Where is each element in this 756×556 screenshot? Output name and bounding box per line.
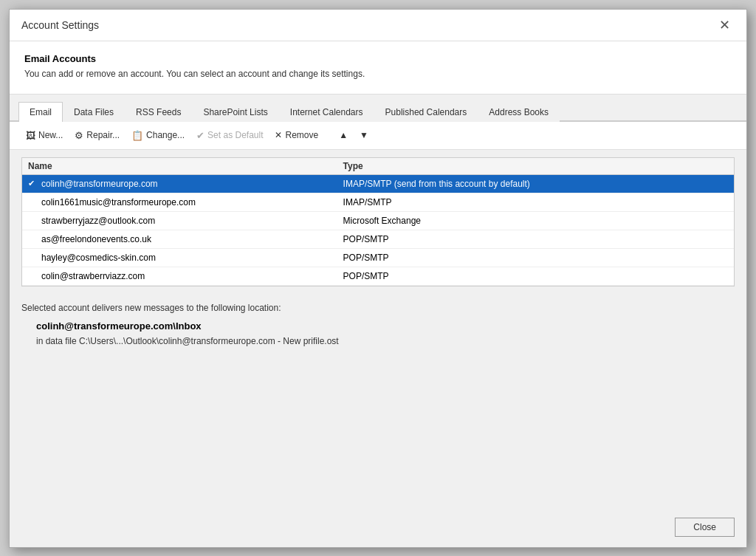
new-icon: 🖼 <box>26 130 35 141</box>
dialog-close-button[interactable]: ✕ <box>715 17 735 33</box>
tab-published-calendars[interactable]: Published Calendars <box>374 102 478 122</box>
arrow-down-icon: ▼ <box>360 130 368 140</box>
row-type: POP/SMTP <box>343 234 728 244</box>
tab-bar: EmailData FilesRSS FeedsSharePoint Lists… <box>10 95 746 122</box>
delivery-section: Selected account delivers new messages t… <box>10 294 746 355</box>
header-section: Email Accounts You can add or remove an … <box>10 41 746 95</box>
table-row[interactable]: as@freelondonevents.co.ukPOP/SMTP <box>22 230 734 249</box>
set-default-button[interactable]: ✔ Set as Default <box>192 128 267 143</box>
delivery-location: colinh@transformeurope.com\Inbox <box>36 320 735 332</box>
tab-internet-calendars[interactable]: Internet Calendars <box>279 102 374 122</box>
row-name: as@freelondonevents.co.uk <box>41 234 343 244</box>
table-header: Name Type <box>22 158 734 175</box>
repair-button[interactable]: ⚙ Repair... <box>70 128 124 143</box>
change-button[interactable]: 📋 Change... <box>127 128 189 143</box>
move-down-button[interactable]: ▼ <box>355 128 373 143</box>
tab-address-books[interactable]: Address Books <box>478 102 560 122</box>
row-check-icon: ✔ <box>28 179 41 188</box>
table-row[interactable]: colin@strawberrviazz.comPOP/SMTP <box>22 267 734 286</box>
section-description: You can add or remove an account. You ca… <box>24 69 732 79</box>
tab-email[interactable]: Email <box>18 102 63 122</box>
row-name: colinh@transformeurope.com <box>41 179 343 189</box>
tab-data-files[interactable]: Data Files <box>63 102 125 122</box>
title-bar: Account Settings ✕ <box>10 10 746 41</box>
remove-button[interactable]: ✕ Remove <box>270 128 323 143</box>
row-type: POP/SMTP <box>343 271 728 281</box>
table-row[interactable]: hayley@cosmedics-skin.comPOP/SMTP <box>22 249 734 267</box>
table-row[interactable]: colin1661music@transformeurope.comIMAP/S… <box>22 193 734 212</box>
row-name: colin1661music@transformeurope.com <box>41 197 343 207</box>
row-name: hayley@cosmedics-skin.com <box>41 253 343 263</box>
remove-icon: ✕ <box>275 130 282 140</box>
row-type: Microsoft Exchange <box>343 216 728 226</box>
toolbar: 🖼 New... ⚙ Repair... 📋 Change... ✔ Set a… <box>10 122 746 150</box>
row-type: IMAP/SMTP <box>343 197 728 207</box>
table-row[interactable]: strawberryjazz@outlook.comMicrosoft Exch… <box>22 212 734 230</box>
footer: Close <box>10 507 746 547</box>
col-name-header: Name <box>28 161 343 171</box>
delivery-description: Selected account delivers new messages t… <box>21 303 735 313</box>
col-type-header: Type <box>343 161 716 171</box>
move-up-button[interactable]: ▲ <box>334 128 352 143</box>
dialog-title: Account Settings <box>21 19 99 31</box>
close-button[interactable]: Close <box>675 518 735 537</box>
change-icon: 📋 <box>131 130 143 141</box>
table-body: ✔colinh@transformeurope.comIMAP/SMTP (se… <box>22 175 734 286</box>
arrow-up-icon: ▲ <box>339 130 348 140</box>
set-default-icon: ✔ <box>196 130 205 141</box>
accounts-table: Name Type ✔colinh@transformeurope.comIMA… <box>21 157 735 286</box>
tab-rss-feeds[interactable]: RSS Feeds <box>125 102 192 122</box>
content-area: EmailData FilesRSS FeedsSharePoint Lists… <box>10 95 746 547</box>
repair-icon: ⚙ <box>75 130 83 141</box>
row-type: POP/SMTP <box>343 253 728 263</box>
new-button[interactable]: 🖼 New... <box>21 128 67 143</box>
row-name: strawberryjazz@outlook.com <box>41 216 343 226</box>
section-heading: Email Accounts <box>24 53 732 64</box>
row-type: IMAP/SMTP (send from this account by def… <box>343 179 728 189</box>
delivery-file-path: in data file C:\Users\...\Outlook\colinh… <box>36 336 735 346</box>
tab-sharepoint-lists[interactable]: SharePoint Lists <box>192 102 278 122</box>
row-name: colin@strawberrviazz.com <box>41 271 343 281</box>
account-settings-dialog: Account Settings ✕ Email Accounts You ca… <box>9 9 747 548</box>
table-row[interactable]: ✔colinh@transformeurope.comIMAP/SMTP (se… <box>22 175 734 193</box>
